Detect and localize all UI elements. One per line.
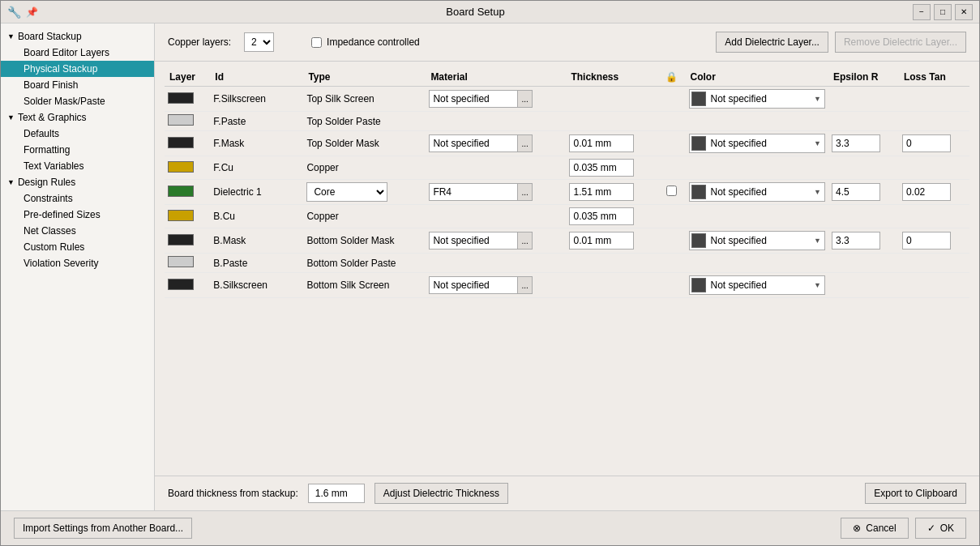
titlebar: 🔧 📌 Board Setup − □ ✕ xyxy=(1,1,979,23)
color-swatch-small xyxy=(691,92,706,106)
window-title: Board Setup xyxy=(38,6,913,18)
cancel-button[interactable]: ⊗ Cancel xyxy=(841,518,908,539)
sidebar-group-text-graphics[interactable]: ▼ Text & Graphics xyxy=(1,109,154,126)
layer-swatch xyxy=(168,137,194,148)
add-dielectric-button[interactable]: Add Dielectric Layer... xyxy=(716,32,828,53)
layer-type: Top Silk Screen xyxy=(303,87,426,112)
titlebar-left: 🔧 📌 xyxy=(7,6,38,19)
sidebar-group-label-2: Text & Graphics xyxy=(18,112,87,123)
sidebar-item-solder-mask-paste[interactable]: Solder Mask/Paste xyxy=(1,93,154,109)
layer-epsilon-r xyxy=(828,112,899,131)
dielectric-type-select[interactable]: CorePrePreg xyxy=(306,182,387,202)
layer-epsilon-r xyxy=(828,87,899,112)
sidebar-item-defaults[interactable]: Defaults xyxy=(1,126,154,142)
epsilon-r-input[interactable] xyxy=(832,134,880,152)
window: 🔧 📌 Board Setup − □ ✕ ▼ Board Stackup Bo… xyxy=(0,0,980,546)
thickness-input[interactable] xyxy=(569,183,634,201)
layer-thickness xyxy=(566,254,657,273)
thickness-input[interactable] xyxy=(569,232,634,250)
sidebar-item-violation-severity[interactable]: Violation Severity xyxy=(1,255,154,271)
material-input[interactable] xyxy=(429,232,518,250)
layer-thickness xyxy=(566,228,657,254)
sidebar-item-board-editor-layers[interactable]: Board Editor Layers xyxy=(1,45,154,61)
thickness-input[interactable] xyxy=(569,207,634,225)
loss-tan-input[interactable] xyxy=(902,134,951,152)
impedance-controlled-label: Impedance controlled xyxy=(327,36,420,48)
arrow-down-icon: ▼ xyxy=(7,32,15,41)
minimize-button[interactable]: − xyxy=(913,4,931,20)
table-row: B.PasteBottom Solder Paste xyxy=(165,254,969,273)
export-clipboard-button[interactable]: Export to Clipboard xyxy=(865,483,966,504)
material-browse-button[interactable]: ... xyxy=(517,183,532,201)
color-dropdown[interactable]: Not specified ▼ xyxy=(689,275,825,295)
layer-loss-tan xyxy=(899,228,969,254)
material-input[interactable] xyxy=(429,90,518,108)
material-input[interactable] xyxy=(429,134,518,152)
layer-table: Layer Id Type Material Thickness 🔒 Color… xyxy=(165,68,969,298)
material-input-group: ... xyxy=(429,134,563,152)
board-thickness-label: Board thickness from stackup: xyxy=(168,488,298,499)
col-layer: Layer xyxy=(165,68,210,87)
sidebar-group-design-rules[interactable]: ▼ Design Rules xyxy=(1,174,154,190)
epsilon-r-input[interactable] xyxy=(832,183,880,201)
sidebar-item-physical-stackup[interactable]: Physical Stackup xyxy=(1,61,154,77)
material-browse-button[interactable]: ... xyxy=(517,90,532,108)
import-settings-button[interactable]: Import Settings from Another Board... xyxy=(14,518,192,539)
sidebar-item-board-finish[interactable]: Board Finish xyxy=(1,77,154,93)
maximize-button[interactable]: □ xyxy=(934,4,952,20)
material-input[interactable] xyxy=(429,183,518,201)
layer-material xyxy=(426,254,566,273)
sidebar-item-net-classes[interactable]: Net Classes xyxy=(1,223,154,239)
color-dropdown[interactable]: Not specified ▼ xyxy=(689,134,825,153)
layer-id: B.Silkscreen xyxy=(210,273,303,298)
copper-layers-select[interactable]: 2 1 4 6 8 xyxy=(244,32,274,52)
col-thickness: Thickness xyxy=(566,68,657,87)
board-thickness-value: 1.6 mm xyxy=(308,484,365,503)
layer-epsilon-r xyxy=(828,254,899,273)
layer-thickness xyxy=(566,87,657,112)
layer-id: F.Cu xyxy=(210,156,303,180)
sidebar-item-predefined-sizes[interactable]: Pre-defined Sizes xyxy=(1,207,154,223)
epsilon-r-input[interactable] xyxy=(832,232,880,250)
table-row: F.SilkscreenTop Silk Screen ... Not spec… xyxy=(165,87,969,112)
app-icon: 🔧 xyxy=(7,6,21,19)
color-dropdown[interactable]: Not specified ▼ xyxy=(689,89,825,109)
color-dropdown[interactable]: Not specified ▼ xyxy=(689,231,825,250)
material-browse-button[interactable]: ... xyxy=(517,276,532,294)
ok-button[interactable]: ✓ OK xyxy=(915,518,966,539)
sidebar-item-text-variables[interactable]: Text Variables xyxy=(1,158,154,174)
thickness-input[interactable] xyxy=(569,159,634,177)
layer-color: Not specified ▼ xyxy=(686,273,828,298)
remove-dielectric-button[interactable]: Remove Dielectric Layer... xyxy=(835,32,966,53)
material-browse-button[interactable]: ... xyxy=(517,232,532,250)
close-button[interactable]: ✕ xyxy=(955,4,973,20)
loss-tan-input[interactable] xyxy=(902,232,951,250)
lock-checkbox[interactable] xyxy=(666,186,677,196)
layer-lock xyxy=(657,156,686,180)
layer-color xyxy=(686,205,828,228)
layer-type: Top Solder Paste xyxy=(303,112,426,131)
material-browse-button[interactable]: ... xyxy=(517,134,532,152)
material-input[interactable] xyxy=(429,276,518,294)
layer-swatch xyxy=(168,161,194,173)
layer-epsilon-r xyxy=(828,131,899,156)
sidebar-item-custom-rules[interactable]: Custom Rules xyxy=(1,239,154,255)
sidebar-item-constraints[interactable]: Constraints xyxy=(1,190,154,207)
loss-tan-input[interactable] xyxy=(902,183,951,201)
layer-id: F.Paste xyxy=(210,112,303,131)
color-label: Not specified xyxy=(708,93,811,105)
main-content: ▼ Board Stackup Board Editor Layers Phys… xyxy=(1,23,979,510)
table-row: B.CuCopper xyxy=(165,205,969,228)
col-lock: 🔒 xyxy=(657,68,686,87)
sidebar-group-label-3: Design Rules xyxy=(18,177,75,188)
impedance-controlled-checkbox[interactable] xyxy=(311,37,322,48)
sidebar-item-formatting[interactable]: Formatting xyxy=(1,142,154,158)
layer-lock xyxy=(657,131,686,156)
color-dropdown[interactable]: Not specified ▼ xyxy=(689,182,825,202)
sidebar-group-board-stackup[interactable]: ▼ Board Stackup xyxy=(1,28,154,45)
adjust-dielectric-button[interactable]: Adjust Dielectric Thickness xyxy=(374,483,508,504)
layer-material xyxy=(426,112,566,131)
layer-type: Bottom Silk Screen xyxy=(303,273,426,298)
thickness-input[interactable] xyxy=(569,134,634,152)
layer-loss-tan xyxy=(899,156,969,180)
